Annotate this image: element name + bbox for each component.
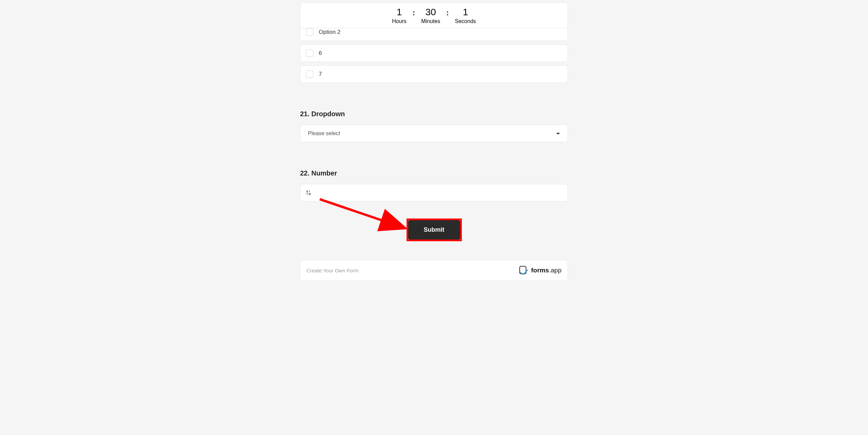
number-input[interactable] xyxy=(300,184,568,202)
footer-brand-main: forms xyxy=(531,267,549,274)
timer-colon: : xyxy=(413,8,415,17)
footer-logo[interactable]: forms.app xyxy=(518,266,561,275)
form-container: 1 Hours : 30 Minutes : 1 Seconds Option … xyxy=(300,0,568,281)
question-title-21: 21. Dropdown xyxy=(300,110,568,118)
option-label: 6 xyxy=(319,50,322,57)
submit-button[interactable]: Submit xyxy=(408,220,460,240)
dropdown-select[interactable]: Please select xyxy=(300,125,568,142)
option-label: 7 xyxy=(319,71,322,78)
timer-hours-label: Hours xyxy=(392,18,407,24)
timer-minutes: 30 Minutes xyxy=(421,7,440,24)
option-row[interactable]: 6 xyxy=(300,44,568,62)
svg-line-2 xyxy=(320,199,403,228)
submit-highlight: Submit xyxy=(407,219,462,241)
timer-hours-value: 1 xyxy=(397,7,402,17)
sort-numeric-icon xyxy=(306,190,312,196)
checkbox[interactable] xyxy=(306,49,313,57)
checkbox[interactable] xyxy=(306,70,313,78)
arrow-annotation-icon xyxy=(317,196,412,234)
checkbox[interactable] xyxy=(306,28,313,36)
timer-minutes-value: 30 xyxy=(426,7,436,17)
timer-colon: : xyxy=(446,8,449,17)
footer-brand-suffix: .app xyxy=(549,267,561,274)
timer-minutes-label: Minutes xyxy=(421,18,440,24)
footer-bar: Create Your Own Form forms.app xyxy=(300,260,568,281)
forms-app-logo-icon xyxy=(518,266,528,275)
option-row[interactable]: 7 xyxy=(300,65,568,83)
question-title-22: 22. Number xyxy=(300,169,568,177)
footer-brand: forms.app xyxy=(531,267,561,274)
submit-wrapper: Submit xyxy=(300,219,568,241)
timer-bar: 1 Hours : 30 Minutes : 1 Seconds xyxy=(300,2,568,28)
footer-cta[interactable]: Create Your Own Form xyxy=(307,268,358,273)
timer-seconds: 1 Seconds xyxy=(455,7,476,24)
timer-seconds-label: Seconds xyxy=(455,18,476,24)
chevron-down-icon xyxy=(556,133,560,134)
timer-hours: 1 Hours xyxy=(392,7,407,24)
timer-seconds-value: 1 xyxy=(463,7,468,17)
dropdown-placeholder: Please select xyxy=(308,130,340,137)
option-label: Option 2 xyxy=(319,29,340,36)
